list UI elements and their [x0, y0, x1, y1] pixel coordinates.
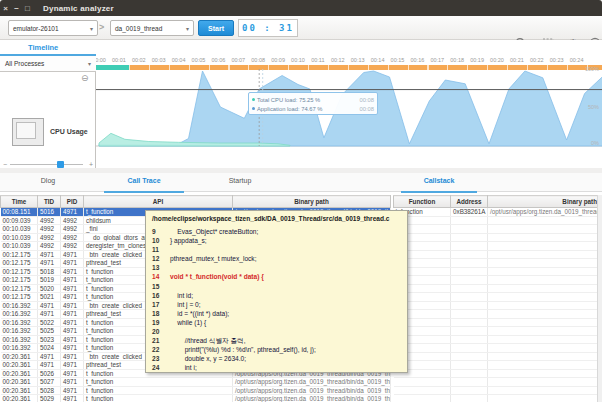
tab-timeline[interactable]: Timeline: [28, 43, 58, 52]
cell-tid: 5019: [38, 276, 61, 285]
time-tick: 00:05: [189, 57, 209, 63]
callstack-empty-row: [394, 250, 598, 259]
callstack-scrollbar[interactable]: [597, 195, 602, 402]
time-tick: 00:22: [527, 57, 547, 63]
cell-tid: 4992: [38, 216, 61, 225]
tab-callstack[interactable]: Callstack: [393, 177, 485, 192]
tab-callstack-label: Callstack: [424, 177, 455, 184]
col-address[interactable]: Address: [451, 196, 488, 208]
tab-call-trace[interactable]: Call Trace: [96, 177, 192, 192]
time-tick: 00:18: [447, 57, 467, 63]
device-combo-value: emulator-26101: [13, 25, 59, 32]
col-time[interactable]: Time: [1, 196, 38, 208]
cell-pid: 4971: [61, 386, 84, 395]
cell-tid: 4971: [38, 301, 61, 310]
cell-tid: 4992: [38, 242, 61, 251]
timeline-left-panel: All Processes ▾ ⊖ CPU Usage − +: [0, 56, 96, 170]
cell-tid: 5029: [38, 395, 61, 402]
cell-binary-path: /opt/usr/apps/org.tizen.da_0019_thread/b…: [233, 378, 391, 387]
device-combo[interactable]: emulator-26101 ▾: [8, 20, 98, 36]
cell-tid: 5026: [38, 369, 61, 378]
zoom-out-icon[interactable]: ⊖: [81, 73, 89, 83]
cell-time: 00:10.039: [1, 225, 38, 234]
cell-time: 00:16.392: [1, 344, 38, 353]
callstack-empty-row: [394, 352, 598, 361]
code-line-19: 19 while (1) {: [152, 318, 401, 327]
callstack-empty-row: [394, 216, 598, 225]
cpu-usage-thumbnail[interactable]: [12, 118, 44, 146]
cell-time: 00:20.361: [1, 395, 38, 402]
time-tick: 00:08: [248, 57, 268, 63]
cell-time: 00:09.039: [1, 216, 38, 225]
slider-minus-icon[interactable]: −: [0, 161, 10, 168]
time-tick: 00:24: [567, 57, 587, 63]
time-tick: 00:20: [487, 57, 507, 63]
cell-pid: 4971: [61, 267, 84, 276]
time-tick: 00:07: [228, 57, 248, 63]
cell-tid: 5024: [38, 344, 61, 353]
callstack-row[interactable]: t_function0xB38261A/opt/usr/apps/org.tiz…: [394, 208, 598, 217]
table-row[interactable]: 00:20.36150274971t_function/opt/usr/apps…: [1, 378, 391, 387]
cell-tid: 5021: [38, 293, 61, 302]
cpu-usage-chart[interactable]: 00:0000:0100:0200:0300:0400:0500:0600:07…: [96, 56, 602, 170]
slider-handle[interactable]: [57, 161, 64, 168]
cell-tid: 4971: [38, 310, 61, 319]
cell-tid: 5023: [38, 335, 61, 344]
callstack-header[interactable]: FunctionAddressBinary path: [394, 196, 598, 208]
col-binary-path[interactable]: Binary path: [233, 196, 391, 208]
slider-plus-icon[interactable]: +: [86, 161, 96, 168]
cell-time: 00:20.361: [1, 378, 38, 387]
time-tick: 00:10: [288, 57, 308, 63]
code-line-22: 22 printf("(%lu) %d : %d\n", pthread_sel…: [152, 345, 401, 354]
call-trace-header[interactable]: TimeTIDPIDAPIBinary path: [1, 196, 391, 208]
slider-track[interactable]: [10, 164, 83, 165]
minimize-icon[interactable]: −: [11, 4, 22, 13]
toolbar: emulator-26101 ▾ > da_0019_thread ▾ Star…: [0, 16, 602, 40]
callstack-empty-row: [394, 225, 598, 234]
cell-binary-path: /opt/usr/apps/org.tizen.da_0019_thread/b…: [233, 386, 391, 395]
callstack-empty-row: [394, 301, 598, 310]
cell-binary-path: /opt/usr/apps/org.tizen.da_0019_thread/b…: [233, 395, 391, 402]
time-tick: 00:11: [308, 57, 328, 63]
table-row[interactable]: 00:20.36150284971t_function/opt/usr/apps…: [1, 386, 391, 395]
time-tick: 00:01: [109, 57, 129, 63]
cell-tid: 5028: [38, 386, 61, 395]
callstack-table[interactable]: FunctionAddressBinary path t_function0xB…: [393, 195, 598, 402]
timeline-tabbar: Timeline: [0, 40, 602, 56]
maximize-icon[interactable]: □: [22, 4, 33, 13]
tab-dlog[interactable]: Dlog: [0, 177, 96, 192]
app-combo[interactable]: da_0019_thread ▾: [110, 20, 194, 36]
table-row[interactable]: 00:20.36150294971t_function/opt/usr/apps…: [1, 395, 391, 402]
callstack-empty-row: [394, 310, 598, 319]
cell-time: 00:16.392: [1, 310, 38, 319]
callstack-empty-row: [394, 242, 598, 251]
col-api[interactable]: API: [84, 196, 233, 208]
process-filter-combo[interactable]: All Processes ▾: [0, 56, 96, 72]
cell-pid: 4971: [61, 344, 84, 353]
time-tick: 00:03: [149, 57, 169, 63]
source-file-path: /home/eclipse/workspace_tizen_sdk/DA_001…: [152, 215, 401, 222]
breadcrumb-chevron-icon: >: [99, 22, 104, 32]
col-tid[interactable]: TID: [38, 196, 61, 208]
callstack-empty-row: [394, 335, 598, 344]
col-function[interactable]: Function: [394, 196, 451, 208]
col-binary-path[interactable]: Binary path: [488, 196, 598, 208]
chevron-down-icon: ▾: [186, 25, 189, 32]
cell-time: 00:16.392: [1, 327, 38, 336]
cell-pid: 4971: [61, 301, 84, 310]
time-tick: 00:00: [96, 57, 109, 63]
cell-time: 00:20.361: [1, 369, 38, 378]
code-line-16: 16 int id;: [152, 291, 401, 300]
cell-time: 00:08.151: [1, 208, 38, 217]
code-line-10: 10} appdata_s;: [152, 236, 401, 245]
cell-pid: 4971: [61, 335, 84, 344]
app-load-value: 74.67 %: [301, 106, 322, 112]
cell-pid: 4971: [61, 208, 84, 217]
tab-startup[interactable]: Startup: [192, 177, 288, 192]
col-pid[interactable]: PID: [61, 196, 84, 208]
start-button[interactable]: Start: [198, 20, 234, 36]
cell-tid: 4971: [38, 352, 61, 361]
close-icon[interactable]: ×: [0, 4, 11, 13]
time-tick: 00:12: [328, 57, 348, 63]
time-tick: 00:13: [348, 57, 368, 63]
